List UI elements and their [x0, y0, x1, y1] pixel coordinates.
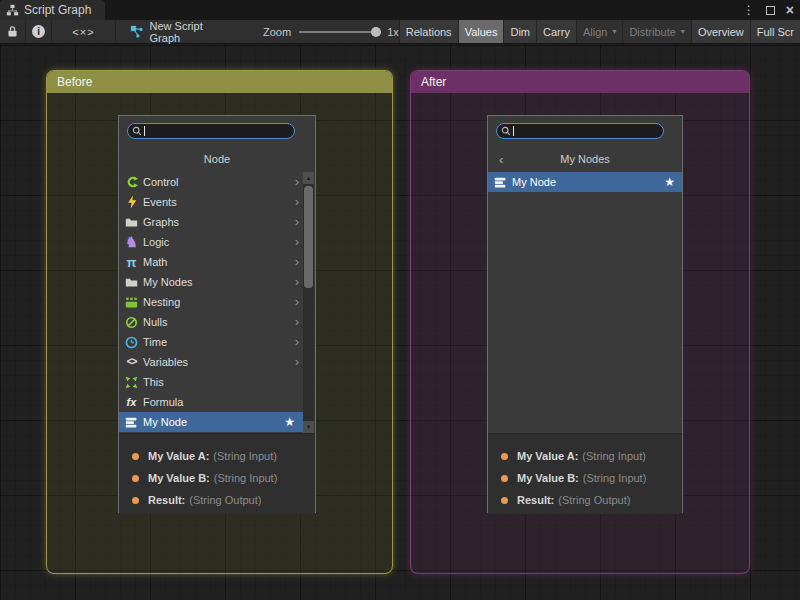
- chevron-right-icon: ›: [295, 192, 299, 212]
- align-dropdown[interactable]: Align ▾: [576, 20, 622, 43]
- close-icon[interactable]: ×: [786, 3, 794, 17]
- overview-button[interactable]: Overview: [691, 20, 750, 43]
- zoom-label: Zoom: [263, 26, 291, 38]
- formula-icon: fx: [124, 395, 139, 410]
- folder-icon: [124, 215, 139, 230]
- finder-header: Node: [119, 148, 315, 170]
- chevron-right-icon: ›: [295, 292, 299, 312]
- text-cursor: [513, 126, 514, 136]
- port-row: My Value A: (String Input): [488, 445, 682, 467]
- lock-icon: [6, 25, 19, 38]
- list-item-logic[interactable]: ♞ Logic ›: [119, 232, 303, 252]
- chevron-down-icon: ▾: [612, 27, 616, 36]
- port-dot-icon: [501, 497, 508, 504]
- list-item-events[interactable]: Events ›: [119, 192, 303, 212]
- chevron-right-icon: ›: [295, 252, 299, 272]
- finder-header-title: My Nodes: [560, 153, 610, 165]
- finder-list-empty: [488, 192, 682, 433]
- list-item-formula[interactable]: fx Formula: [119, 392, 303, 412]
- port-row: My Value B: (String Input): [488, 467, 682, 489]
- back-button[interactable]: ‹: [499, 148, 503, 170]
- chevron-down-icon: ▾: [681, 27, 685, 36]
- chevron-right-icon: ›: [295, 352, 299, 372]
- list-item-variables[interactable]: <> Variables ›: [119, 352, 303, 372]
- info-icon: i: [32, 25, 45, 38]
- list-item-time[interactable]: Time ›: [119, 332, 303, 352]
- list-item-math[interactable]: π Math ›: [119, 252, 303, 272]
- script-graph-icon: [6, 4, 19, 17]
- zoom-slider-knob[interactable]: [371, 27, 381, 37]
- clock-icon: [124, 335, 139, 350]
- code-button[interactable]: <×>: [52, 20, 115, 43]
- code-icon: <×>: [72, 26, 94, 38]
- tab-title: Script Graph: [24, 3, 91, 17]
- scroll-down-icon[interactable]: ▼: [303, 421, 314, 433]
- toolbar: i <×> New Script Graph Zoom 1x Relations…: [0, 20, 800, 44]
- scrollbar[interactable]: ▲ ▼: [303, 172, 314, 433]
- dim-button[interactable]: Dim: [503, 20, 536, 43]
- group-before-header[interactable]: Before: [47, 71, 392, 93]
- list-item-nulls[interactable]: Nulls ›: [119, 312, 303, 332]
- lock-button[interactable]: [0, 20, 26, 43]
- zoom-slider-track: [299, 31, 379, 33]
- carry-button[interactable]: Carry: [536, 20, 576, 43]
- text-cursor: [144, 126, 145, 136]
- port-row: My Value B: (String Input): [119, 467, 315, 489]
- fuzzy-finder-after: ‹ My Nodes My Node ★ My Value A: (String…: [487, 115, 683, 513]
- values-button[interactable]: Values: [458, 20, 504, 43]
- node-stack-icon: [493, 175, 508, 190]
- list-item-control[interactable]: Control ›: [119, 172, 303, 192]
- chevron-right-icon: ›: [295, 332, 299, 352]
- port-dot-icon: [501, 453, 508, 460]
- group-after-header[interactable]: After: [411, 71, 749, 93]
- chevron-right-icon: ›: [295, 232, 299, 252]
- search-input[interactable]: [127, 123, 295, 139]
- node-preview: My Value A: (String Input) My Value B: (…: [119, 433, 315, 514]
- maximize-icon[interactable]: [766, 6, 775, 15]
- port-dot-icon: [132, 453, 139, 460]
- info-button[interactable]: i: [26, 20, 53, 43]
- nesting-icon: [124, 295, 139, 310]
- node-stack-icon: [124, 415, 139, 430]
- search-input[interactable]: [496, 123, 664, 139]
- fuzzy-finder-before: Node Control › Events › Graphs › ♞ Logic: [118, 115, 316, 513]
- relations-button[interactable]: Relations: [399, 20, 458, 43]
- finder-list: Control › Events › Graphs › ♞ Logic › π …: [119, 172, 315, 433]
- search-icon: [501, 126, 511, 136]
- favorite-star-icon[interactable]: ★: [664, 175, 675, 189]
- title-bar: Script Graph ⋮ ×: [0, 0, 800, 20]
- graph-node-icon: [130, 25, 144, 39]
- list-item-nesting[interactable]: Nesting ›: [119, 292, 303, 312]
- fullscreen-button[interactable]: Full Scr: [750, 20, 800, 43]
- zoom-slider[interactable]: [299, 27, 379, 37]
- port-dot-icon: [132, 497, 139, 504]
- zoom-value: 1x: [387, 26, 399, 38]
- null-icon: [124, 315, 139, 330]
- window-menu-icon[interactable]: ⋮: [743, 4, 755, 16]
- zoom-control: Zoom 1x: [263, 20, 399, 43]
- new-script-graph-button[interactable]: New Script Graph: [130, 20, 235, 43]
- toolbar-right: Relations Values Dim Carry Align ▾ Distr…: [399, 20, 800, 43]
- list-item-my-nodes[interactable]: My Nodes ›: [119, 272, 303, 292]
- list-item-graphs[interactable]: Graphs ›: [119, 212, 303, 232]
- distribute-dropdown[interactable]: Distribute ▾: [622, 20, 690, 43]
- port-row: Result: (String Output): [488, 489, 682, 511]
- folder-icon: [124, 275, 139, 290]
- tab-script-graph[interactable]: Script Graph: [0, 0, 105, 20]
- scrollbar-thumb[interactable]: [304, 186, 313, 288]
- control-icon: [124, 175, 139, 190]
- port-dot-icon: [132, 475, 139, 482]
- scroll-up-icon[interactable]: ▲: [303, 172, 314, 184]
- node-preview: My Value A: (String Input) My Value B: (…: [488, 433, 682, 514]
- port-row: Result: (String Output): [119, 489, 315, 511]
- list-item-my-node[interactable]: My Node ★: [488, 172, 682, 192]
- favorite-star-icon[interactable]: ★: [284, 415, 295, 429]
- finder-header: ‹ My Nodes: [488, 148, 682, 170]
- list-item-this[interactable]: This: [119, 372, 303, 392]
- group-after-title: After: [421, 75, 446, 89]
- chevron-right-icon: ›: [295, 172, 299, 192]
- graph-canvas[interactable]: Before After Node Control › Events: [0, 45, 800, 600]
- finder-header-title: Node: [204, 153, 230, 165]
- list-item-my-node[interactable]: My Node ★: [119, 412, 303, 432]
- chevron-right-icon: ›: [295, 212, 299, 232]
